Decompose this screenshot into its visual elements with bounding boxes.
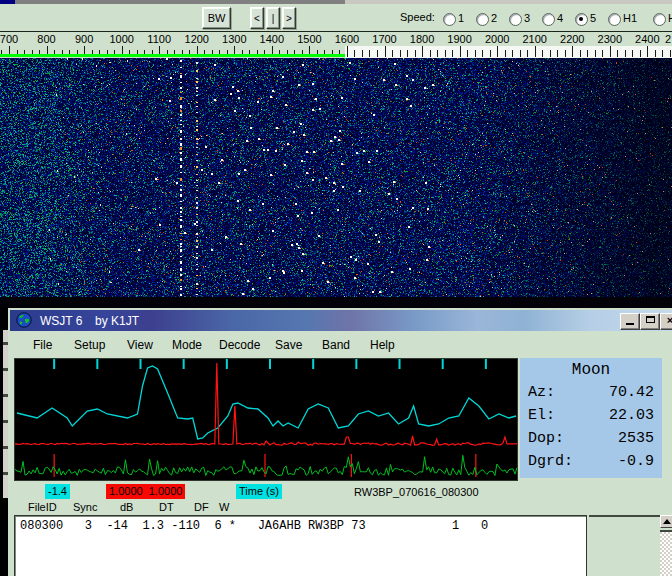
vertical-scrollbar[interactable] (660, 513, 672, 576)
scrollbar-track[interactable] (660, 530, 672, 576)
ruler-tick (482, 50, 483, 57)
spectrum-graph[interactable] (14, 358, 518, 481)
close-button[interactable]: × (660, 313, 672, 330)
ruler-tick (632, 50, 633, 57)
moon-value: 70.42 (609, 381, 654, 404)
decode-line: 080300 3 -14 1.3 -110 6 * JA6AHB RW3BP 7… (15, 516, 586, 534)
window-byline: by K1JT (95, 314, 139, 328)
ruler-tick (655, 50, 656, 57)
frequency-ruler: 7008009001000110012001300140015001600170… (0, 32, 672, 58)
speed-radio-5[interactable] (575, 13, 588, 26)
speed-radio-3[interactable] (509, 13, 522, 26)
moon-row-az: Az:70.42 (520, 381, 662, 404)
ruler-tick (354, 50, 355, 57)
column-header-df: DF (194, 501, 209, 513)
sync-threshold-badge: -1.4 (45, 484, 70, 499)
ruler-tick (550, 50, 551, 57)
ruler-tick (542, 50, 543, 57)
waterfall-display[interactable] (0, 58, 672, 297)
file-name: RW3BP_070616_080300 (354, 486, 479, 498)
ruler-tick (460, 46, 461, 57)
desktop-gap (0, 297, 672, 308)
ruler-tick (422, 46, 423, 57)
ruler-tick (557, 50, 558, 57)
arrow-up-icon (663, 519, 671, 524)
ruler-label-1600: 1600 (335, 33, 359, 45)
clip-values-badge: 1.0000 1.0000 (106, 484, 185, 499)
moon-label: Dop: (528, 427, 564, 450)
speed-radio-label-5: 5 (590, 12, 596, 24)
speed-radio-4[interactable] (542, 13, 555, 26)
time-axis-badge: Time (s) (236, 484, 282, 499)
ruler-tick (407, 50, 408, 57)
nav-left-button[interactable]: < (250, 7, 264, 29)
ruler-tick (430, 50, 431, 57)
speed-radio-H[interactable] (653, 13, 666, 26)
app-globe-icon (16, 312, 32, 328)
moon-row-dop: Dop:2535 (520, 427, 662, 450)
menu-bar: FileSetupViewModeDecodeSaveBandHelp (10, 331, 672, 358)
ruler-label-900: 900 (75, 33, 93, 45)
ruler-tick (670, 50, 671, 57)
ruler-tick (572, 46, 573, 57)
progress-line (0, 54, 345, 57)
wsjt-window: WSJT 6 by K1JT × FileSetupViewModeDecode… (8, 308, 672, 576)
ruler-tick (610, 46, 611, 57)
menu-item-save[interactable]: Save (275, 338, 302, 352)
bw-button[interactable]: BW (202, 7, 231, 29)
ruler-tick (445, 50, 446, 57)
speed-radio-label-3: 3 (524, 12, 530, 24)
ruler-tick (595, 50, 596, 57)
nav-center-button[interactable]: | (266, 7, 280, 29)
average-text-area[interactable] (589, 515, 660, 576)
menu-item-view[interactable]: View (127, 338, 153, 352)
speed-radio-1[interactable] (443, 13, 456, 26)
maximize-button[interactable] (640, 313, 660, 330)
ruler-tick (587, 50, 588, 57)
ruler-label-2300: 2300 (598, 33, 622, 45)
ruler-tick (565, 50, 566, 57)
menu-item-help[interactable]: Help (370, 338, 395, 352)
ruler-label-2100: 2100 (522, 33, 546, 45)
moon-title: Moon (520, 358, 662, 381)
ruler-tick (362, 50, 363, 57)
window-edge-fragment (345, 0, 672, 4)
ruler-tick (377, 50, 378, 57)
moon-value: 22.03 (609, 404, 654, 427)
ruler-tick (625, 50, 626, 57)
ruler-label-2400: 2400 (635, 33, 659, 45)
scroll-up-button[interactable] (660, 515, 672, 528)
ruler-label-1200: 1200 (185, 33, 209, 45)
ruler-tick (415, 50, 416, 57)
speed-radio-2[interactable] (476, 13, 489, 26)
moon-value: 2535 (618, 427, 654, 450)
menu-item-band[interactable]: Band (322, 338, 350, 352)
ruler-label-1300: 1300 (222, 33, 246, 45)
ruler-label-2200: 2200 (560, 33, 584, 45)
ruler-tick (347, 46, 348, 57)
moon-row-dgrd: Dgrd:-0.9 (520, 450, 662, 473)
ruler-tick (512, 50, 513, 57)
ruler-tick (602, 50, 603, 57)
ruler-tick (497, 46, 498, 57)
speed-label: Speed: (400, 11, 435, 23)
ruler-label-1900: 1900 (447, 33, 471, 45)
decode-text-area[interactable]: 080300 3 -14 1.3 -110 6 * JA6AHB RW3BP 7… (14, 515, 587, 576)
ruler-tick (475, 50, 476, 57)
menu-item-setup[interactable]: Setup (74, 338, 105, 352)
moon-row-el: El:22.03 (520, 404, 662, 427)
window-title: WSJT 6 (40, 314, 82, 328)
ruler-tick (385, 46, 386, 57)
maximize-icon (646, 316, 655, 323)
speed-radio-label-1: 1 (458, 12, 464, 24)
menu-item-mode[interactable]: Mode (172, 338, 202, 352)
speed-radio-H1[interactable] (608, 13, 621, 26)
minimize-button[interactable] (620, 313, 640, 330)
title-bar[interactable]: WSJT 6 by K1JT × (10, 310, 672, 331)
ruler-tick (452, 50, 453, 57)
menu-item-file[interactable]: File (33, 338, 52, 352)
ruler-tick (617, 50, 618, 57)
menu-item-decode[interactable]: Decode (219, 338, 260, 352)
moon-label: El: (528, 404, 555, 427)
nav-right-button[interactable]: > (282, 7, 296, 29)
